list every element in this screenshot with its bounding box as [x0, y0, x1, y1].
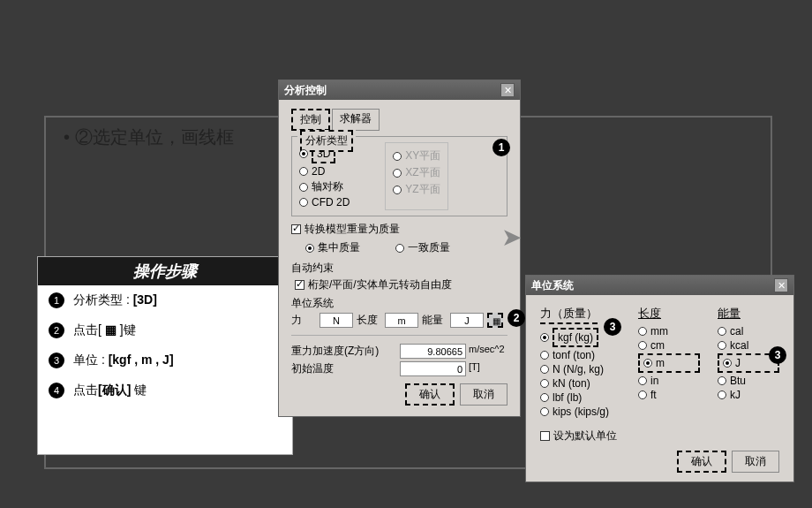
unit-system-dialog: 单位系统 ✕ 力（质量） kgf (kg) tonf (ton) N (N/g,…: [525, 275, 794, 482]
analysis-type-group: 分析类型 3D 2D 轴对称 CFD 2D XY平面 XZ平面 YZ平面 1: [291, 136, 508, 216]
cancel-button[interactable]: 取消: [460, 383, 508, 406]
step-text: 点击[ ▦ ]键: [73, 322, 136, 338]
radio-m[interactable]: m: [638, 353, 700, 373]
tab-solver[interactable]: 求解器: [332, 109, 380, 131]
titlebar[interactable]: 分析控制 ✕: [279, 80, 520, 100]
radio-tonf[interactable]: tonf (ton): [540, 349, 620, 361]
radio-cm[interactable]: cm: [638, 339, 700, 352]
callout-1: 1: [492, 139, 510, 156]
radio-lumped-mass[interactable]: 集中质量: [305, 240, 360, 255]
length-header: 长度: [638, 306, 700, 322]
close-icon[interactable]: ✕: [500, 83, 515, 97]
gravity-input[interactable]: [400, 344, 466, 359]
check-default-unit[interactable]: 设为默认单位: [540, 428, 779, 444]
radio-n[interactable]: N (N/g, kg): [540, 363, 620, 375]
length-unit-input[interactable]: [385, 313, 418, 328]
energy-header: 能量: [718, 306, 779, 322]
radio-kips[interactable]: kips (kips/g): [540, 406, 620, 418]
step-row: 3单位 : [kgf , m , J]: [38, 345, 292, 375]
instruction-text: • ②选定单位，画线框: [64, 125, 234, 149]
callout-2: 2: [508, 309, 525, 327]
radio-axisym[interactable]: 轴对称: [299, 179, 350, 194]
callout-3b: 3: [769, 346, 786, 364]
tab-control[interactable]: 控制: [291, 109, 330, 131]
tabs: 控制 求解器: [291, 109, 508, 131]
step-number: 4: [49, 383, 64, 398]
cancel-button[interactable]: 取消: [732, 451, 779, 473]
energy-unit-input[interactable]: [450, 313, 484, 328]
step-row: 4点击[确认] 键: [38, 375, 292, 406]
radio-in[interactable]: in: [638, 375, 700, 387]
step-row: 2点击[ ▦ ]键: [38, 315, 292, 345]
check-truss-dof[interactable]: 桁架/平面/实体单元转动自由度: [291, 277, 508, 292]
radio-cal[interactable]: cal: [718, 325, 779, 337]
arrow-icon: ➤: [501, 223, 522, 252]
radio-kn[interactable]: kN (ton): [540, 377, 620, 390]
titlebar[interactable]: 单位系统 ✕: [526, 276, 793, 295]
radio-lbf[interactable]: lbf (lb): [540, 391, 620, 404]
check-convert-mass[interactable]: 转换模型重量为质量: [291, 222, 508, 237]
step-number: 2: [49, 322, 64, 338]
radio-xz: XZ平面: [393, 165, 440, 180]
group-title-analysis-type: 分析类型: [300, 130, 353, 152]
steps-panel: 操作步骤 1分析类型 : [3D]2点击[ ▦ ]键3单位 : [kgf , m…: [37, 256, 293, 455]
dialog-title: 单位系统: [531, 278, 574, 293]
dialog-title: 分析控制: [284, 83, 327, 98]
radio-consistent-mass[interactable]: 一致质量: [395, 240, 450, 255]
unit-picker-button[interactable]: ▦: [487, 313, 503, 328]
radio-ft[interactable]: ft: [638, 389, 700, 401]
radio-cfd2d[interactable]: CFD 2D: [299, 196, 350, 209]
ok-button[interactable]: 确认: [677, 451, 726, 473]
radio-btu[interactable]: Btu: [718, 375, 779, 387]
step-text: 单位 : [kgf , m , J]: [73, 353, 174, 368]
step-text: 点击[确认] 键: [73, 383, 147, 398]
steps-header: 操作步骤: [38, 257, 292, 285]
step-text: 分析类型 : [3D]: [73, 292, 157, 308]
radio-xy: XY平面: [393, 148, 440, 163]
radio-2d[interactable]: 2D: [299, 165, 350, 178]
temp-input[interactable]: [400, 361, 466, 376]
callout-3a: 3: [604, 318, 621, 336]
step-number: 1: [49, 292, 64, 308]
auto-constraint-label: 自动约束: [291, 261, 508, 276]
step-number: 3: [49, 353, 64, 368]
ok-button[interactable]: 确认: [405, 383, 455, 406]
radio-mm[interactable]: mm: [638, 325, 700, 337]
force-unit-input[interactable]: [320, 313, 353, 328]
radio-yz: YZ平面: [393, 182, 440, 197]
step-row: 1分析类型 : [3D]: [38, 285, 292, 315]
radio-kj[interactable]: kJ: [718, 389, 779, 401]
unit-system-label: 单位系统: [291, 296, 508, 311]
close-icon[interactable]: ✕: [774, 278, 788, 292]
force-header: 力（质量）: [540, 306, 598, 324]
analysis-control-dialog: 分析控制 ✕ 控制 求解器 分析类型 3D 2D 轴对称 CFD 2D XY平面…: [278, 80, 521, 417]
